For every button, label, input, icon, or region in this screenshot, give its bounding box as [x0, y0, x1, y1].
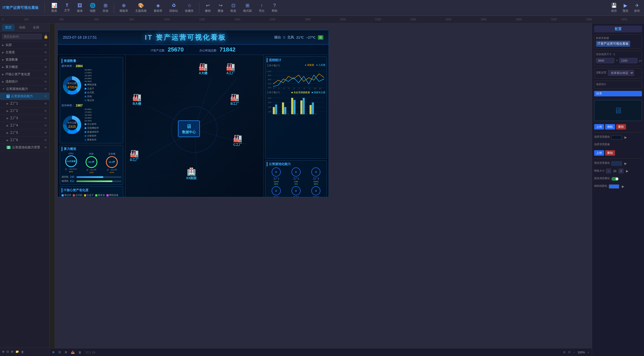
- eye-icon-factory1[interactable]: 👁: [44, 102, 47, 106]
- dashboard-canvas[interactable]: 2023-07-18 19:17:51 IT 资产运营可视化看板 烟台 北风 2…: [55, 29, 592, 355]
- eye-icon-aging[interactable]: 👁: [44, 73, 47, 76]
- toolbar-preview[interactable]: ▶ 预览: [621, 2, 630, 14]
- tab-fullscreen[interactable]: 全局: [30, 24, 42, 31]
- export-icon: ↑: [261, 3, 263, 8]
- toolbar-material[interactable]: ◈ 素材库: [152, 2, 164, 14]
- toolbar-undo[interactable]: ↩ 撤销: [203, 2, 212, 14]
- sidebar-item-cloud[interactable]: ▼ 云资源池化能力 👁: [0, 85, 49, 93]
- rp-preload-color-swatch[interactable]: [611, 161, 622, 166]
- sidebar-item-factory2[interactable]: ▶ 工厂2 👁: [0, 107, 49, 115]
- toolbar-theme-label: 主题风格: [135, 9, 147, 13]
- toolbar-export[interactable]: ↑ 导出: [257, 2, 266, 14]
- fullscreen-icon[interactable]: ⊞: [563, 351, 565, 354]
- eye-icon-factory2[interactable]: 👁: [44, 109, 47, 113]
- rp-guide-color-swatch[interactable]: [609, 184, 619, 189]
- rp-grid-dec-btn[interactable]: −: [606, 169, 611, 173]
- eye-icon-resource[interactable]: 👁: [44, 58, 47, 62]
- sidebar-item-aging[interactable]: ▶ IT核心资产老化度 👁: [0, 71, 49, 78]
- chevron-icon: ▶: [2, 44, 4, 46]
- toolbar-format[interactable]: ⊞ 格式刷: [242, 2, 253, 14]
- eye-icon-factory3[interactable]: 👁: [44, 116, 47, 120]
- toolbar-save[interactable]: 💾 保存: [610, 2, 618, 14]
- rp-bg-delete-btn[interactable]: 删除: [605, 150, 615, 156]
- chevron-icon: ▶: [7, 139, 9, 142]
- add-layer-btn[interactable]: ⊕: [2, 350, 4, 353]
- toolbar-template[interactable]: ⊕ 模板库: [118, 2, 130, 14]
- sidebar-item-resource[interactable]: ▶ 资源数量 👁: [0, 56, 49, 63]
- toolbar-publish[interactable]: ✈ 发布: [633, 2, 641, 14]
- layer-search-input[interactable]: [2, 34, 42, 39]
- remove-scene-btn[interactable]: ⊟: [58, 351, 61, 354]
- eye-icon-cloud[interactable]: 👁: [44, 87, 47, 91]
- folder-btn[interactable]: 📁: [15, 350, 19, 353]
- import-scene-btn[interactable]: 📥: [71, 351, 75, 354]
- eye-icon-factory4[interactable]: 👁: [44, 124, 47, 127]
- toolbar-map[interactable]: 🌐 地图: [88, 2, 97, 14]
- rp-camera-btn[interactable]: 相机: [605, 124, 615, 130]
- toolbar-theme[interactable]: 🎨 主题风格: [134, 2, 148, 14]
- rp-delete-btn[interactable]: 删除: [616, 124, 626, 130]
- delete-layer-btn[interactable]: ⊟: [7, 350, 9, 353]
- sidebar-item-cloud-text[interactable]: T 云资源池化能力 👁: [0, 93, 49, 100]
- sidebar-header: 🔒 ⊞ +: [0, 32, 49, 42]
- toolbar-chart[interactable]: 📊 图表: [50, 2, 59, 14]
- sidebar-item-factory5[interactable]: ▶ 工厂5 👁: [0, 129, 49, 137]
- sidebar-item-factory3[interactable]: ▶ 工厂3 👁: [0, 115, 49, 122]
- rp-bg-color-swatch[interactable]: [611, 135, 622, 139]
- copy-layer-btn[interactable]: ⊞: [11, 350, 13, 353]
- eye-icon-head[interactable]: 👁: [44, 43, 47, 47]
- rp-upload-btn[interactable]: 上传: [594, 124, 604, 130]
- sidebar-item-flow[interactable]: ▶ 流程统计 👁: [0, 78, 49, 85]
- eye-icon-theme[interactable]: 👁: [44, 51, 47, 54]
- toolbar-select[interactable]: ⊡ 框选: [229, 2, 238, 14]
- sidebar-item-compute[interactable]: ▶ 算力概览 👁: [0, 63, 49, 71]
- toolbar-redo[interactable]: ↪ 重做: [216, 2, 225, 14]
- sidebar-item-theme-view[interactable]: ▶ 主视觉 👁: [0, 49, 49, 56]
- rp-bg-upload-btn[interactable]: 上传: [594, 150, 604, 156]
- copy-scene-btn[interactable]: ⊞: [65, 351, 67, 354]
- rp-grid-inc-btn[interactable]: +: [619, 169, 623, 173]
- right-config-panel: 配置 标签页标题 IT资产运营可视化看板 添加场景尺寸 ? × px 🔒 适配设…: [592, 24, 644, 355]
- sidebar-footer: ⊕ ⊟ ⊞ 📁 🗑: [0, 348, 49, 355]
- zoom-out-icon[interactable]: −: [573, 351, 575, 354]
- sidebar-item-head[interactable]: ▶ 头部 👁: [0, 42, 49, 49]
- settings-icon[interactable]: ⚙: [568, 351, 571, 354]
- eye-icon-factory6[interactable]: 👁: [44, 138, 47, 142]
- trash-btn[interactable]: 🗑: [21, 350, 24, 353]
- lock-icon[interactable]: 🔒: [43, 34, 49, 39]
- toolbar-favorite[interactable]: ☆ 收藏夹: [183, 2, 195, 14]
- sidebar-item-cloud-bg[interactable]: 🖼 云资源池化能力背景 👁: [0, 144, 49, 151]
- rp-size-help[interactable]: ?: [613, 53, 615, 57]
- eye-icon-compute[interactable]: 👁: [44, 65, 47, 69]
- rp-grid-toggle[interactable]: [611, 177, 619, 181]
- rp-grid-stepper: − 20 +: [606, 169, 623, 173]
- toolbar-recycle[interactable]: ♻ 回收站: [168, 2, 180, 14]
- toolbar-other[interactable]: ⊞ 其他: [101, 2, 110, 14]
- add-scene-btn[interactable]: ⊕: [52, 351, 55, 354]
- toolbar-media[interactable]: 🖼 媒体: [75, 2, 84, 14]
- rp-scale-select[interactable]: 按屏幕比例适配: [608, 70, 634, 76]
- toolbar-help[interactable]: ? 帮助: [270, 2, 279, 14]
- rp-height-input[interactable]: [619, 58, 637, 63]
- tab-animation[interactable]: 动画: [16, 24, 28, 31]
- sidebar-item-factory6[interactable]: ▶ 工厂6 👁: [0, 137, 49, 144]
- zoom-in-icon[interactable]: +: [588, 351, 589, 354]
- ruler-1400: 1400: [220, 18, 255, 21]
- hw-pct-1: 20.88%: [85, 69, 97, 71]
- eye-icon-flow[interactable]: 👁: [44, 80, 47, 84]
- tab-layers[interactable]: 图层: [2, 24, 15, 31]
- node-b-factory-label: B工厂: [230, 102, 239, 106]
- eye-icon-factory5[interactable]: 👁: [44, 131, 47, 135]
- rp-width-input[interactable]: [596, 58, 614, 63]
- eye-icon-cloud-bg[interactable]: 👁: [44, 146, 47, 149]
- eye-icon-cloud-text[interactable]: 👁: [44, 95, 47, 98]
- other-icon: ⊞: [104, 3, 108, 8]
- svg-text:4: 4: [283, 87, 285, 89]
- sidebar-item-factory4[interactable]: ▶ 工厂4 👁: [0, 122, 49, 129]
- toolbar-text[interactable]: T 文字: [63, 2, 71, 13]
- rp-preview-badge[interactable]: 对齐: [594, 91, 642, 96]
- sidebar-item-factory1[interactable]: ▶ 工厂1 👁: [0, 100, 49, 107]
- app-title: IT资产运营可视化看板: [3, 5, 39, 10]
- delete-scene-btn[interactable]: 🗑: [79, 351, 81, 354]
- sw-pct-5: 20.46%: [85, 120, 99, 122]
